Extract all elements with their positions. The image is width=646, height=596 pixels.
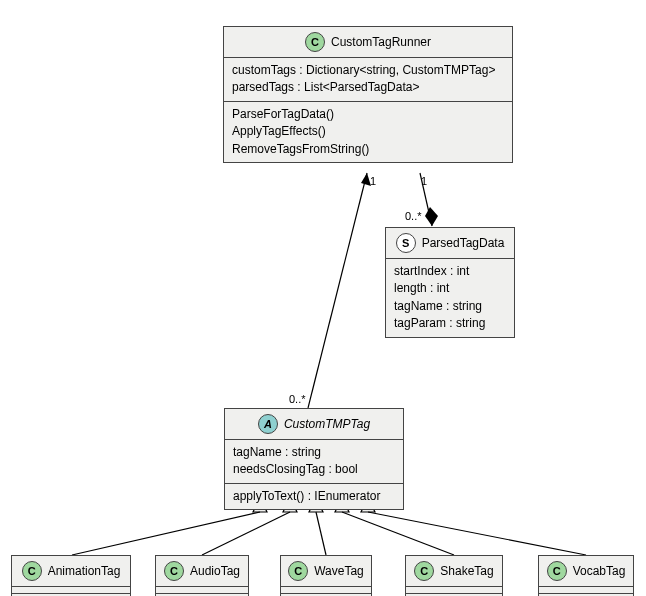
svg-line-11 bbox=[316, 512, 326, 555]
class-badge-icon: C bbox=[305, 32, 325, 52]
class-badge-icon: C bbox=[288, 561, 308, 581]
struct-badge-icon: S bbox=[396, 233, 416, 253]
class-field: parsedTags : List<ParsedTagData> bbox=[232, 79, 504, 96]
mult-1-ctr-ctt: 1 bbox=[370, 175, 376, 187]
class-method: RemoveTagsFromString() bbox=[232, 141, 504, 158]
class-title: C CustomTagRunner bbox=[224, 27, 512, 58]
class-methods: applyToText() : IEnumerator bbox=[225, 484, 403, 509]
svg-line-0 bbox=[308, 173, 367, 408]
class-title: A CustomTMPTag bbox=[225, 409, 403, 440]
class-parsed-tag-data: S ParsedTagData startIndex : int length … bbox=[385, 227, 515, 338]
class-custom-tmp-tag: A CustomTMPTag tagName : string needsClo… bbox=[224, 408, 404, 510]
class-badge-icon: C bbox=[22, 561, 42, 581]
class-title: S ParsedTagData bbox=[386, 228, 514, 259]
class-method: ParseForTagData() bbox=[232, 106, 504, 123]
class-field: tagParam : string bbox=[394, 315, 506, 332]
class-title: C AnimationTag bbox=[12, 556, 130, 587]
class-fields: tagName : string needsClosingTag : bool bbox=[225, 440, 403, 484]
class-field: startIndex : int bbox=[394, 263, 506, 280]
svg-marker-3 bbox=[425, 207, 438, 226]
class-fields bbox=[281, 587, 371, 594]
abstract-badge-icon: A bbox=[258, 414, 278, 434]
class-methods: ParseForTagData() ApplyTagEffects() Remo… bbox=[224, 102, 512, 162]
class-fields: startIndex : int length : int tagName : … bbox=[386, 259, 514, 337]
class-field: customTags : Dictionary<string, CustomTM… bbox=[232, 62, 504, 79]
class-method: applyToText() : IEnumerator bbox=[233, 488, 395, 505]
svg-line-12 bbox=[342, 512, 454, 555]
class-title: C VocabTag bbox=[539, 556, 633, 587]
class-fields: customTags : Dictionary<string, CustomTM… bbox=[224, 58, 512, 102]
class-fields bbox=[12, 587, 130, 594]
class-name: VocabTag bbox=[573, 564, 626, 578]
class-animation-tag: C AnimationTag bbox=[11, 555, 131, 596]
class-fields bbox=[156, 587, 248, 594]
class-name: CustomTMPTag bbox=[284, 417, 370, 431]
class-shake-tag: C ShakeTag bbox=[405, 555, 503, 596]
class-field: tagName : string bbox=[394, 298, 506, 315]
class-badge-icon: C bbox=[414, 561, 434, 581]
mult-0n-ctr-ctt: 0..* bbox=[289, 393, 306, 405]
class-custom-tag-runner: C CustomTagRunner customTags : Dictionar… bbox=[223, 26, 513, 163]
class-method: ApplyTagEffects() bbox=[232, 123, 504, 140]
class-name: AnimationTag bbox=[48, 564, 121, 578]
class-name: AudioTag bbox=[190, 564, 240, 578]
svg-line-13 bbox=[368, 512, 586, 555]
class-name: ParsedTagData bbox=[422, 236, 505, 250]
class-field: needsClosingTag : bool bbox=[233, 461, 395, 478]
svg-line-10 bbox=[202, 512, 290, 555]
class-badge-icon: C bbox=[547, 561, 567, 581]
class-title: C ShakeTag bbox=[406, 556, 502, 587]
class-badge-icon: C bbox=[164, 561, 184, 581]
class-title: C AudioTag bbox=[156, 556, 248, 587]
class-field: tagName : string bbox=[233, 444, 395, 461]
class-fields bbox=[406, 587, 502, 594]
class-title: C WaveTag bbox=[281, 556, 371, 587]
class-wave-tag: C WaveTag bbox=[280, 555, 372, 596]
class-name: CustomTagRunner bbox=[331, 35, 431, 49]
class-vocab-tag: C VocabTag bbox=[538, 555, 634, 596]
svg-line-9 bbox=[72, 512, 260, 555]
class-fields bbox=[539, 587, 633, 594]
class-name: WaveTag bbox=[314, 564, 364, 578]
class-field: length : int bbox=[394, 280, 506, 297]
class-name: ShakeTag bbox=[440, 564, 493, 578]
class-audio-tag: C AudioTag bbox=[155, 555, 249, 596]
mult-1-ctr-ptd: 1 bbox=[421, 175, 427, 187]
mult-0n-ctr-ptd: 0..* bbox=[405, 210, 422, 222]
